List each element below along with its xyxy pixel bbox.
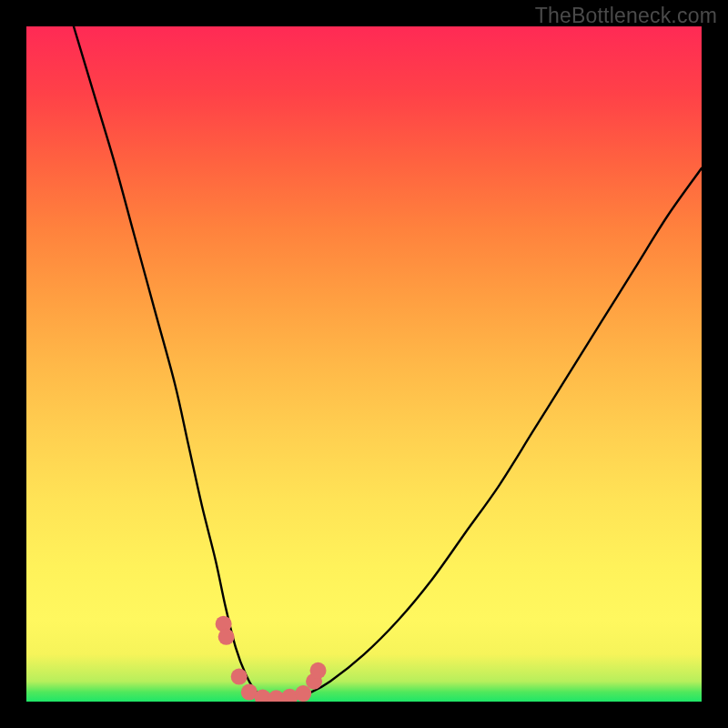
bottleneck-chart (26, 26, 702, 702)
outer-frame: TheBottleneck.com (0, 0, 728, 728)
bottleneck-curve-line (74, 26, 702, 698)
curve-marker (231, 669, 248, 685)
curve-marker (310, 662, 327, 679)
plot-area (26, 26, 702, 702)
curve-marker (218, 629, 235, 645)
watermark-text: TheBottleneck.com (535, 4, 717, 28)
marker-group (216, 616, 327, 702)
